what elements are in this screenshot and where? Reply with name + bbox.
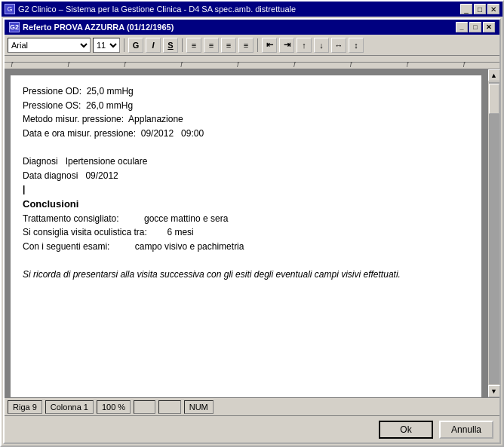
document-scroll-area[interactable]: Pressione OD: 25,0 mmHg Pressione OS: 26… xyxy=(5,69,487,397)
app-icon: G xyxy=(5,4,15,14)
document-content: Pressione OD: 25,0 mmHg Pressione OS: 26… xyxy=(23,84,469,282)
align-left-button[interactable]: ≡ xyxy=(186,38,201,53)
toolbar-sep-3 xyxy=(257,38,258,52)
riga-status: Riga 9 xyxy=(8,400,42,414)
italic-button[interactable]: I xyxy=(146,38,161,53)
scroll-up-btn[interactable]: ▲ xyxy=(488,69,500,81)
dialog-close-btn[interactable]: ✕ xyxy=(483,22,495,32)
annulla-button[interactable]: Annulla xyxy=(439,421,493,439)
line-data-ora: Data e ora misur. pressione: 09/2012 09:… xyxy=(23,127,469,141)
app-minimize-btn[interactable]: _ xyxy=(460,4,472,14)
empty-status-1 xyxy=(134,400,155,414)
ok-button[interactable]: Ok xyxy=(379,421,433,439)
app-maximize-btn[interactable]: □ xyxy=(474,4,486,14)
line-diagnosi: Diagnosi Ipertensione oculare xyxy=(23,155,469,169)
main-window: G G2 Clinico – Sistema per la Gestione C… xyxy=(0,0,504,447)
line-empty-1 xyxy=(23,140,469,155)
line-esami: Con i seguenti esami: campo visivo e pac… xyxy=(23,240,469,254)
zoom-status: 100 % xyxy=(97,400,131,414)
move-down-button[interactable]: ↓ xyxy=(314,38,329,53)
status-bar: Riga 9 Colonna 1 100 % NUM xyxy=(5,397,499,415)
indent-right-button[interactable]: ⇥ xyxy=(279,38,294,53)
app-title: G2 Clinico – Sistema per la Gestione Cli… xyxy=(18,5,296,14)
formatting-toolbar: Arial 11 G I S ≡ ≡ ≡ ≡ ⇤ ⇥ ↑ ↓ ↔ xyxy=(5,35,499,56)
app-close-btn[interactable]: ✕ xyxy=(487,4,499,14)
line-trattamento: Trattamento consigliato: gocce mattino e… xyxy=(23,212,469,226)
font-size-select[interactable]: 11 xyxy=(93,38,120,53)
scroll-track[interactable] xyxy=(489,82,499,384)
dialog-title-bar: G2 Referto PROVA AZZURRA (01/12/1965) _ … xyxy=(5,20,499,35)
dialog-maximize-btn[interactable]: □ xyxy=(469,22,481,32)
button-bar: Ok Annulla xyxy=(5,415,499,442)
app-title-bar: G G2 Clinico – Sistema per la Gestione C… xyxy=(2,2,502,17)
font-select[interactable]: Arial xyxy=(8,38,91,53)
document-area: Pressione OD: 25,0 mmHg Pressione OS: 26… xyxy=(5,69,499,397)
indent-left-button[interactable]: ⇤ xyxy=(262,38,277,53)
dialog-minimize-btn[interactable]: _ xyxy=(456,22,468,32)
dialog-title: Referto PROVA AZZURRA (01/12/1965) xyxy=(23,23,174,32)
document-page[interactable]: Pressione OD: 25,0 mmHg Pressione OS: 26… xyxy=(11,75,481,397)
align-center-button[interactable]: ≡ xyxy=(204,38,219,53)
line-conclusioni: Conclusioni xyxy=(23,197,469,212)
line-empty-2 xyxy=(23,254,469,268)
dialog-icon: G2 xyxy=(9,22,20,32)
line-data-diagnosi: Data diagnosi 09/2012 xyxy=(23,169,469,183)
align-right-button[interactable]: ≡ xyxy=(221,38,236,53)
bold-button[interactable]: G xyxy=(128,38,143,53)
line-ricorda: Si ricorda di presentarsi alla visita su… xyxy=(23,268,469,282)
toolbar-sep-2 xyxy=(182,38,183,52)
num-status: NUM xyxy=(184,400,214,414)
toolbar-sep-1 xyxy=(124,38,124,52)
scroll-thumb[interactable] xyxy=(489,84,499,114)
line-pressione-od: Pressione OD: 25,0 mmHg xyxy=(23,84,469,99)
line-visita: Si consiglia visita oculistica tra: 6 me… xyxy=(23,225,469,240)
dialog-window: G2 Referto PROVA AZZURRA (01/12/1965) _ … xyxy=(3,18,501,444)
vertical-scrollbar[interactable]: ▲ ▼ xyxy=(487,69,499,397)
line-pressione-os: Pressione OS: 26,0 mmHg xyxy=(23,99,469,113)
extra-btn-1[interactable]: ↔ xyxy=(331,38,346,53)
line-caret: | xyxy=(23,182,469,197)
line-metodo: Metodo misur. pressione: Applanazione xyxy=(23,112,469,127)
ruler: /* ruler ticks drawn below */ ƒ ƒ ƒ ƒ ƒ … xyxy=(5,56,499,69)
scroll-down-btn[interactable]: ▼ xyxy=(488,385,500,397)
underline-button[interactable]: S xyxy=(163,38,178,53)
empty-status-2 xyxy=(158,400,180,414)
extra-btn-2[interactable]: ↕ xyxy=(349,38,364,53)
colonna-status: Colonna 1 xyxy=(45,400,94,414)
move-up-button[interactable]: ↑ xyxy=(297,38,312,53)
align-justify-button[interactable]: ≡ xyxy=(238,38,254,53)
